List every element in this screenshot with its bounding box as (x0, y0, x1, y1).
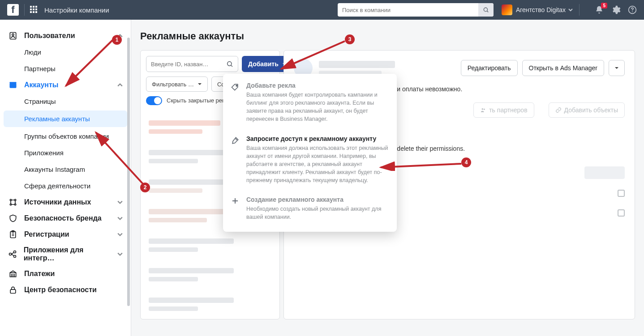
facebook-logo[interactable]: f (7, 4, 19, 16)
sidebar-item-ad-accounts[interactable]: Рекламные аккаунты (4, 111, 127, 127)
search-icon (226, 60, 233, 68)
open-ads-manager-button[interactable]: Открыть в Ads Manager (522, 60, 604, 76)
hide-closed-toggle[interactable] (146, 96, 162, 105)
dropdown-item-title: Добавьте рекла (246, 82, 390, 89)
sidebar-section-label: Регистрации (24, 230, 69, 238)
add-button-label: Добавить (248, 60, 279, 68)
annotation-arrow-4 (377, 160, 466, 171)
svg-line-1 (487, 11, 489, 13)
svg-line-27 (381, 164, 461, 167)
add-objects-button[interactable]: Добавить объекты (549, 102, 625, 118)
svg-point-5 (12, 34, 14, 35)
svg-point-15 (14, 251, 16, 253)
filter-label: Фильтровать … (152, 81, 194, 88)
users-icon (8, 31, 18, 40)
svg-line-20 (231, 65, 232, 67)
tag-icon (229, 83, 241, 123)
sidebar-section-security[interactable]: Центр безопасности (0, 282, 131, 298)
sidebar-section-label: Источники данных (24, 198, 91, 206)
add-dropdown: Добавьте рекла Ваша компания будет контр… (223, 74, 397, 232)
divider (579, 4, 580, 16)
list-item[interactable] (146, 289, 274, 319)
sidebar-section-label: Аккаунты (24, 81, 59, 89)
brush-icon (229, 136, 241, 185)
people-icon (480, 107, 486, 113)
svg-rect-6 (10, 83, 17, 88)
svg-point-23 (484, 109, 485, 110)
sidebar-item-pages[interactable]: Страницы (0, 93, 131, 110)
svg-point-8 (10, 199, 11, 200)
sidebar-section-registrations[interactable]: Регистрации (0, 226, 131, 242)
annotation-arrow-1 (60, 35, 117, 92)
list-item[interactable] (146, 230, 274, 260)
lock-icon (8, 285, 18, 294)
notifications-button[interactable]: 5 (595, 5, 604, 14)
chevron-down-icon (197, 82, 202, 86)
chevron-down-icon (117, 200, 123, 205)
dropdown-item-desc: Ваша компания должна использовать этот р… (246, 144, 390, 185)
annotation-marker-3: 3 (345, 34, 355, 44)
shield-icon (8, 214, 18, 223)
plus-icon (229, 197, 241, 221)
global-search-button[interactable] (478, 3, 494, 17)
company-name: Агентство Digitax (516, 6, 566, 13)
accounts-search-input[interactable] (151, 61, 226, 68)
row-action-placeholder (584, 166, 625, 179)
svg-point-14 (9, 253, 12, 255)
chevron-down-icon (117, 232, 123, 237)
svg-rect-18 (10, 289, 16, 293)
sidebar-section-label: Безопасность бренда (24, 214, 102, 222)
sidebar-section-brand-safety[interactable]: Безопасность бренда (0, 210, 131, 226)
divider (24, 4, 25, 16)
chevron-down-icon (614, 66, 619, 70)
dropdown-item-title: Запросите доступ к рекламному аккаунту (246, 135, 390, 142)
sidebar-section-label: Платежи (24, 270, 55, 278)
chevron-down-icon (117, 216, 123, 221)
sidebar-section-label: Приложения для интегр… (24, 246, 111, 262)
add-partners-button[interactable]: ть партнеров (473, 102, 534, 118)
settings-button[interactable] (611, 5, 621, 15)
sidebar-section-data-sources[interactable]: Источники данных (0, 194, 131, 210)
dropdown-item-desc: Необходимо создать новый рекламный аккау… (246, 205, 390, 221)
annotation-marker-4: 4 (461, 157, 471, 167)
dropdown-item-add-account[interactable]: Добавьте рекла Ваша компания будет контр… (223, 77, 397, 130)
accounts-search[interactable] (146, 56, 238, 72)
chevron-icon (618, 209, 625, 217)
page-title: Рекламные аккаунты (140, 30, 635, 42)
payments-icon (8, 269, 18, 278)
sidebar-section-integrations[interactable]: Приложения для интегр… (0, 242, 131, 266)
dropdown-item-create-account[interactable]: Создание рекламного аккаунта Необходимо … (223, 191, 397, 227)
edit-button[interactable]: Редактировать (461, 60, 518, 76)
company-selector[interactable]: Агентство Digitax (502, 4, 573, 15)
global-search-input[interactable] (342, 7, 478, 13)
svg-line-24 (66, 40, 112, 86)
dropdown-item-title: Создание рекламного аккаунта (246, 196, 390, 203)
search-icon (483, 7, 489, 13)
chevron-down-icon (568, 8, 573, 12)
help-button[interactable] (628, 5, 637, 14)
link-icon (555, 107, 562, 113)
dropdown-item-request-access[interactable]: Запросите доступ к рекламному аккаунту В… (223, 130, 397, 191)
svg-line-26 (281, 41, 345, 69)
apps-grid-icon[interactable] (30, 6, 38, 14)
notification-badge: 5 (601, 3, 607, 9)
chevron-up-icon (117, 82, 123, 88)
chevron-icon (618, 190, 625, 197)
annotation-arrow-3 (277, 39, 348, 74)
gear-icon (611, 5, 621, 15)
company-logo (502, 4, 512, 15)
data-sources-icon (8, 198, 18, 207)
accounts-list-panel: Добавить Фильтровать … Со… Скрыть закр (140, 50, 280, 319)
integrations-icon (8, 250, 17, 259)
accounts-icon (8, 81, 18, 89)
global-search[interactable] (338, 3, 494, 17)
filter-button[interactable]: Фильтровать … (146, 77, 208, 92)
sidebar-section-payments[interactable]: Платежи (0, 266, 131, 282)
svg-point-0 (484, 8, 487, 11)
clipboard-icon (8, 230, 18, 239)
list-item[interactable] (146, 260, 274, 289)
svg-point-19 (228, 62, 232, 66)
top-bar-title: Настройки компании (44, 6, 109, 14)
more-actions-button[interactable] (609, 60, 625, 76)
main-content: Рекламные аккаунты Добавить Фильтровать … (131, 20, 644, 336)
